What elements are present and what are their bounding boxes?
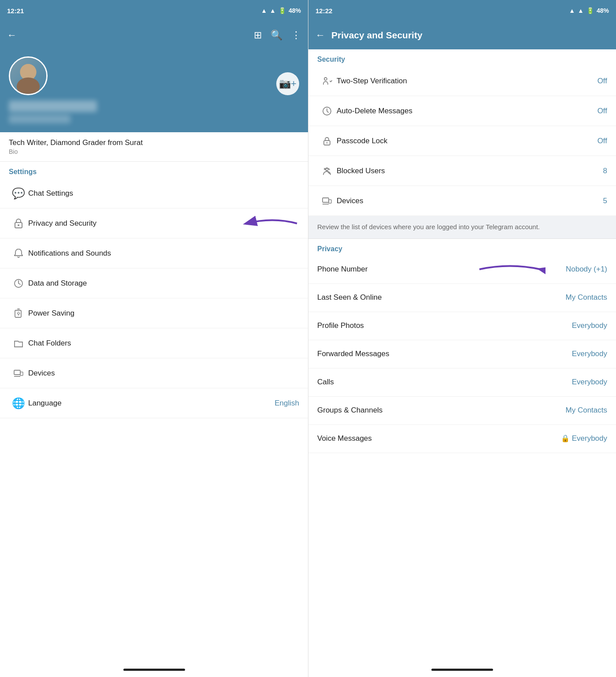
forwarded-messages-row[interactable]: Forwarded Messages Everybody [308,340,616,368]
profile-photos-label: Profile Photos [317,321,572,330]
blocked-users-item[interactable]: Blocked Users 8 [308,156,616,186]
svg-rect-7 [20,372,23,376]
profile-username-blurred [9,115,71,123]
privacy-list: Security Two-Step Verification Off A [308,49,616,665]
data-storage-icon [9,278,28,289]
right-home-indicator-bar [308,665,616,677]
right-battery-percent: 48% [597,7,609,14]
calls-label: Calls [317,378,572,387]
data-storage-label: Data and Storage [28,279,299,288]
right-home-indicator [431,669,493,671]
svg-point-3 [18,224,19,226]
more-icon[interactable]: ⋮ [291,30,301,41]
two-step-icon [317,76,337,86]
forwarded-messages-label: Forwarded Messages [317,350,572,358]
bio-label: Bio [9,148,299,155]
language-value: English [275,399,299,408]
left-status-icons: ▲ ▲ 🔋 48% [261,7,301,14]
auto-delete-icon [317,106,337,116]
purple-arrow-annotation-right [475,258,545,280]
right-top-bar: ← Privacy and Security [308,21,616,49]
profile-banner: 📷+ [0,49,308,132]
left-home-indicator [123,669,185,671]
voice-lock-icon: 🔒 [561,435,570,442]
right-status-icons: ▲ ▲ 🔋 48% [569,7,609,14]
svg-rect-13 [323,198,329,202]
blocked-users-label: Blocked Users [337,167,603,175]
settings-item-privacy-security[interactable]: Privacy and Security [0,208,308,238]
devices-security-icon [317,196,337,206]
passcode-label: Passcode Lock [337,137,597,145]
groups-channels-value: My Contacts [566,406,607,415]
search-icon[interactable]: 🔍 [271,30,282,41]
passcode-item[interactable]: Passcode Lock Off [308,126,616,156]
chat-folders-icon [9,338,28,349]
phone-number-row[interactable]: Phone Number Nobody (+1) [308,256,616,284]
signal-icon: ▲ [270,7,276,14]
two-step-item[interactable]: Two-Step Verification Off [308,66,616,96]
svg-point-1 [17,78,40,95]
auto-delete-label: Auto-Delete Messages [337,107,597,115]
voice-messages-row[interactable]: Voice Messages 🔒 Everybody [308,425,616,453]
settings-item-chat-settings[interactable]: 💬 Chat Settings [0,179,308,208]
right-battery-icon: 🔋 [586,7,594,14]
qr-icon[interactable]: ⊞ [254,30,262,41]
devices-icon [9,368,28,379]
svg-point-8 [324,78,327,80]
profile-photos-row[interactable]: Profile Photos Everybody [308,312,616,340]
right-back-button[interactable]: ← [315,30,325,41]
devices-security-item[interactable]: Devices 5 [308,186,616,216]
passcode-value: Off [597,137,607,145]
groups-channels-row[interactable]: Groups & Channels My Contacts [308,397,616,425]
two-step-label: Two-Step Verification [337,77,597,86]
calls-value: Everybody [572,378,607,387]
bio-section: Tech Writer, Diamond Grader from Surat B… [0,132,308,162]
wifi-icon: ▲ [261,7,267,14]
language-icon: 🌐 [9,397,28,409]
right-time: 12:22 [315,7,332,15]
calls-row[interactable]: Calls Everybody [308,368,616,397]
groups-channels-label: Groups & Channels [317,406,566,415]
camera-button[interactable]: 📷+ [276,72,299,95]
two-step-value: Off [597,77,607,86]
devices-info-box: Review the list of devices where you are… [308,216,616,239]
settings-section-header: Settings [0,162,308,179]
phone-number-value: Nobody (+1) [566,265,607,274]
settings-item-notifications[interactable]: Notifications and Sounds [0,238,308,268]
left-time: 12:21 [7,7,24,15]
devices-security-value: 5 [603,197,607,205]
svg-rect-6 [14,370,20,375]
left-status-bar: 12:21 ▲ ▲ 🔋 48% [0,0,308,21]
voice-messages-label: Voice Messages [317,434,561,443]
chat-settings-icon: 💬 [9,187,28,200]
settings-item-data-storage[interactable]: Data and Storage [0,268,308,298]
profile-top-row: 📷+ [9,56,299,95]
battery-percent: 48% [289,7,301,14]
chat-settings-label: Chat Settings [28,189,299,198]
power-saving-label: Power Saving [28,309,299,318]
settings-item-language[interactable]: 🌐 Language English [0,388,308,418]
settings-item-chat-folders[interactable]: Chat Folders [0,328,308,358]
purple-arrow-annotation-left [237,215,299,232]
settings-item-power-saving[interactable]: Power Saving [0,298,308,328]
last-seen-label: Last Seen & Online [317,293,566,302]
right-wifi-icon: ▲ [569,7,575,14]
auto-delete-value: Off [597,107,607,115]
settings-item-devices[interactable]: Devices [0,358,308,388]
profile-name-blurred [9,100,97,112]
right-status-bar: 12:22 ▲ ▲ 🔋 48% [308,0,616,21]
top-bar-action-icons: ⊞ 🔍 ⋮ [254,30,301,41]
avatar[interactable] [9,56,48,95]
auto-delete-item[interactable]: Auto-Delete Messages Off [308,96,616,126]
last-seen-value: My Contacts [566,293,607,302]
back-button[interactable]: ← [7,30,17,41]
language-label: Language [28,399,275,408]
right-panel: 12:22 ▲ ▲ 🔋 48% ← Privacy and Security S… [308,0,616,677]
last-seen-row[interactable]: Last Seen & Online My Contacts [308,284,616,312]
notifications-label: Notifications and Sounds [28,249,299,258]
battery-icon: 🔋 [278,7,286,14]
right-signal-icon: ▲ [578,7,584,14]
left-top-bar: ← ⊞ 🔍 ⋮ [0,21,308,49]
power-saving-icon [9,308,28,319]
devices-label: Devices [28,369,299,378]
